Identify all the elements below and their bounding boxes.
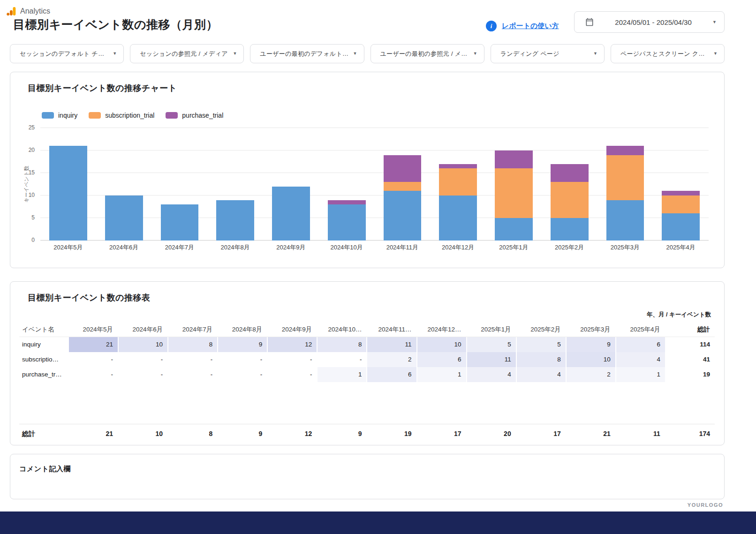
table-cell: - — [217, 367, 267, 382]
bar-segment-subscription_trial[interactable] — [495, 168, 533, 218]
chevron-down-icon: ▼ — [473, 52, 477, 56]
chart-legend: inquirysubscription_trialpurchase_trial — [42, 112, 223, 119]
bar-stack — [662, 128, 700, 241]
table-cell: 19 — [665, 367, 715, 382]
total-cell: 12 — [267, 426, 317, 441]
table-cell: 9 — [566, 337, 615, 352]
column-header-event-name[interactable]: イベント名 — [19, 322, 68, 337]
table-cell: 8 — [167, 337, 217, 352]
table-cell: 10 — [416, 337, 466, 352]
legend-label: inquiry — [58, 112, 77, 119]
bar-segment-inquiry[interactable] — [662, 213, 700, 241]
legend-label: subscription_trial — [105, 112, 154, 119]
table-card: 目標別キーイベント数の推移表 年、月 / キーイベント数 イベント名2024年5… — [10, 281, 725, 445]
bar-segment-subscription_trial[interactable] — [439, 168, 477, 196]
total-cell: 9 — [217, 426, 267, 441]
total-cell: 174 — [665, 426, 715, 441]
column-header[interactable]: 2024年5月 — [68, 322, 118, 337]
y-tick-label: 5 — [12, 214, 35, 221]
column-header[interactable]: 2024年8月 — [217, 322, 267, 337]
filter-chip-4[interactable]: ユーザーの最初の参照元 / メ…▼ — [370, 44, 484, 63]
table-cell: 8 — [317, 337, 366, 352]
bar-segment-purchase_trial[interactable] — [439, 164, 477, 169]
bar-segment-inquiry[interactable] — [439, 196, 477, 241]
x-axis-label: 2024年7月 — [152, 243, 208, 252]
column-header[interactable]: 2025年1月 — [466, 322, 516, 337]
row-label[interactable]: purchase_tr… — [19, 367, 68, 382]
bar-segment-inquiry[interactable] — [272, 187, 310, 241]
total-cell: 10 — [118, 426, 167, 441]
bar-segment-inquiry[interactable] — [161, 204, 199, 241]
bar-stack — [384, 128, 422, 241]
filter-chip-label: ユーザーの最初の参照元 / メ… — [380, 50, 469, 58]
chevron-down-icon: ▼ — [593, 52, 597, 56]
chart-plot — [40, 128, 709, 241]
info-icon[interactable]: i — [486, 21, 497, 31]
bar-column — [152, 128, 208, 241]
column-header[interactable]: 2024年6月 — [118, 322, 167, 337]
table-cell: - — [267, 367, 317, 382]
chevron-down-icon: ▼ — [353, 52, 357, 56]
chevron-down-icon: ▼ — [712, 20, 717, 24]
column-header[interactable]: 2024年9月 — [267, 322, 317, 337]
bar-segment-purchase_trial[interactable] — [551, 164, 589, 182]
bar-segment-inquiry[interactable] — [495, 218, 533, 241]
bar-segment-purchase_trial[interactable] — [384, 155, 422, 182]
row-label[interactable]: subscriptio… — [19, 352, 68, 367]
table-cell: - — [167, 367, 217, 382]
bar-segment-inquiry[interactable] — [328, 204, 366, 241]
date-range-picker[interactable]: 2024/05/01 - 2025/04/30 ▼ — [574, 11, 725, 33]
bar-column — [542, 128, 597, 241]
calendar-icon — [585, 17, 594, 27]
bar-column — [40, 128, 96, 241]
bar-segment-inquiry[interactable] — [384, 191, 422, 241]
total-cell: 9 — [317, 426, 366, 441]
bar-segment-inquiry[interactable] — [216, 200, 254, 241]
table-cell: 4 — [466, 367, 516, 382]
bar-segment-purchase_trial[interactable] — [495, 150, 533, 168]
filter-bar: セッションのデフォルト チャ…▼セッションの参照元 / メディア▼ユーザーの最初… — [10, 44, 725, 63]
table-cell: 11 — [466, 352, 516, 367]
total-cell: 20 — [466, 426, 516, 441]
row-label[interactable]: inquiry — [19, 337, 68, 352]
bar-segment-subscription_trial[interactable] — [662, 196, 700, 213]
column-header[interactable]: 総計 — [665, 322, 715, 337]
bar-column — [96, 128, 152, 241]
filter-chip-1[interactable]: セッションのデフォルト チャ…▼ — [10, 44, 124, 63]
logo-watermark: YOURLOGO — [688, 502, 723, 508]
analytics-logo-icon — [6, 6, 17, 17]
column-header[interactable]: 2024年11… — [366, 322, 416, 337]
column-header[interactable]: 2025年4月 — [615, 322, 665, 337]
column-header[interactable]: 2024年7月 — [167, 322, 217, 337]
column-header[interactable]: 2024年12… — [416, 322, 466, 337]
bar-segment-subscription_trial[interactable] — [606, 155, 644, 200]
bar-segment-purchase_trial[interactable] — [328, 200, 366, 205]
filter-chip-5[interactable]: ランディング ページ▼ — [491, 44, 605, 63]
bar-segment-inquiry[interactable] — [606, 200, 644, 241]
table-cell: 6 — [416, 352, 466, 367]
bar-segment-inquiry[interactable] — [105, 196, 143, 241]
table-cell: - — [317, 352, 366, 367]
filter-chip-label: ユーザーの最初のデフォルト … — [260, 50, 349, 58]
filter-chip-2[interactable]: セッションの参照元 / メディア▼ — [130, 44, 244, 63]
bar-segment-subscription_trial[interactable] — [384, 182, 422, 191]
bar-segment-purchase_trial[interactable] — [662, 191, 700, 196]
table-cell: 5 — [466, 337, 516, 352]
table-cell: 21 — [68, 337, 118, 352]
filter-chip-3[interactable]: ユーザーの最初のデフォルト …▼ — [250, 44, 364, 63]
bar-segment-subscription_trial[interactable] — [551, 182, 589, 218]
x-axis-label: 2025年2月 — [542, 243, 597, 252]
column-header[interactable]: 2025年2月 — [516, 322, 566, 337]
filter-chip-6[interactable]: ページパスとスクリーン クラス▼ — [611, 44, 725, 63]
chart-card: 目標別キーイベント数の推移チャート inquirysubscription_tr… — [10, 72, 725, 268]
bar-segment-inquiry[interactable] — [49, 146, 87, 241]
bar-segment-purchase_trial[interactable] — [606, 146, 644, 155]
report-help-link[interactable]: レポートの使い方 — [502, 22, 559, 30]
bar-stack — [328, 128, 366, 241]
table-cell: 2 — [366, 352, 416, 367]
comment-input-area[interactable] — [14, 477, 720, 496]
bar-segment-inquiry[interactable] — [551, 218, 589, 241]
column-header[interactable]: 2025年3月 — [566, 322, 615, 337]
column-header[interactable]: 2024年10… — [317, 322, 366, 337]
total-cell: 19 — [366, 426, 416, 441]
